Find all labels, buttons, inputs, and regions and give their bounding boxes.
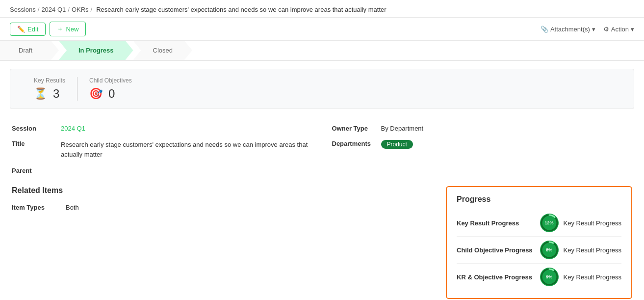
progress-box: Progress Key Result Progress 12% Key Res…: [446, 186, 632, 299]
action-chevron: ▾: [631, 26, 634, 33]
progress-row-3-right: 9% Key Result Progress: [540, 268, 622, 286]
progress-row-1: Key Result Progress 12% Key Result Progr…: [457, 210, 621, 237]
details-right: Owner Type By Department Departments Pro…: [332, 121, 633, 178]
progress-pct-3: 9%: [546, 274, 552, 279]
attachment-icon: 📎: [541, 26, 548, 33]
attachments-chevron: ▾: [592, 26, 595, 33]
tab-in-progress[interactable]: In Progress: [59, 41, 133, 60]
owner-type-row: Owner Type By Department: [332, 121, 633, 136]
progress-circle-3: 9%: [540, 268, 559, 286]
progress-row-3: KR & Objective Progress 9% Key Result Pr…: [457, 264, 621, 290]
progress-circle-1: 12%: [540, 214, 559, 232]
session-row: Session 2024 Q1: [12, 121, 312, 136]
breadcrumb: Sessions / 2024 Q1 / OKRs / Research ear…: [0, 0, 644, 18]
toolbar-right: 📎 Attachment(s) ▾ ⚙ Action ▾: [541, 26, 634, 33]
details-left: Session 2024 Q1 Title Research early sta…: [12, 121, 312, 178]
progress-pct-1: 12%: [544, 220, 553, 225]
related-items-section: Related Items Item Types Both: [12, 186, 434, 299]
progress-row-2: Child Objective Progress 8% Key Result P…: [457, 237, 621, 264]
edit-icon: ✏️: [17, 26, 25, 33]
breadcrumb-sep2: /: [68, 6, 70, 13]
new-button[interactable]: ＋ New: [50, 22, 86, 36]
hourglass-icon: ⏳: [34, 87, 47, 100]
breadcrumb-okrs[interactable]: OKRs: [72, 6, 89, 13]
breadcrumb-2024q1[interactable]: 2024 Q1: [41, 6, 66, 13]
summary-bar: Key Results ⏳ 3 Child Objectives 🎯 0: [10, 69, 634, 109]
plus-icon: ＋: [57, 25, 63, 33]
department-badge: Product: [381, 140, 413, 149]
target-icon: 🎯: [89, 87, 103, 100]
details-section: Session 2024 Q1 Title Research early sta…: [0, 117, 644, 186]
toolbar: ✏️ Edit ＋ New 📎 Attachment(s) ▾ ⚙ Action…: [0, 18, 644, 41]
breadcrumb-sep3: /: [91, 6, 93, 13]
progress-row-2-right: 8% Key Result Progress: [540, 241, 622, 259]
child-objectives-label-value: Child Objectives 🎯 0: [89, 77, 132, 101]
action-button[interactable]: ⚙ Action ▾: [603, 26, 634, 33]
parent-row: Parent: [12, 163, 312, 178]
key-results-summary: Key Results ⏳ 3: [22, 77, 77, 101]
lower-section: Related Items Item Types Both Progress K…: [0, 186, 644, 300]
progress-circle-2: 8%: [540, 241, 559, 259]
breadcrumb-sep1: /: [38, 6, 40, 13]
status-tabs: Draft In Progress Closed: [0, 41, 644, 61]
breadcrumb-sessions[interactable]: Sessions: [10, 6, 36, 13]
departments-row: Departments Product: [332, 136, 633, 153]
attachments-button[interactable]: 📎 Attachment(s) ▾: [541, 26, 595, 33]
session-link[interactable]: 2024 Q1: [61, 125, 85, 132]
action-icon: ⚙: [603, 26, 609, 33]
child-objectives-summary: Child Objectives 🎯 0: [77, 77, 144, 101]
session-value: 2024 Q1: [61, 125, 85, 132]
title-row: Title Research early stage customers' ex…: [12, 136, 312, 163]
progress-row-1-right: 12% Key Result Progress: [540, 214, 622, 232]
tab-closed[interactable]: Closed: [133, 41, 192, 60]
tab-draft[interactable]: Draft: [0, 41, 59, 60]
progress-pct-2: 8%: [546, 247, 552, 252]
item-types-row: Item Types Both: [12, 201, 434, 214]
key-results-label-value: Key Results ⏳ 3: [34, 77, 65, 101]
edit-button[interactable]: ✏️ Edit: [10, 23, 46, 36]
page-title: Research early stage customers' expectat…: [96, 6, 386, 13]
